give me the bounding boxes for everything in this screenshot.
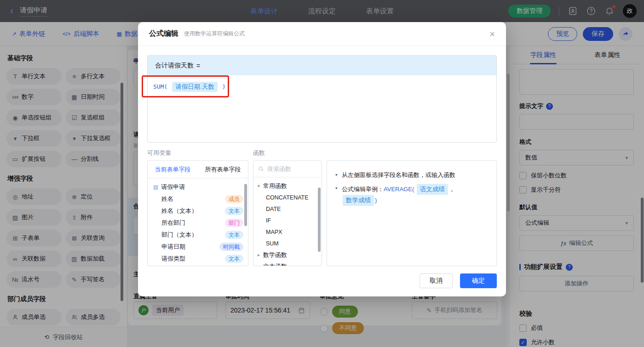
variable-name: 姓名 [161,195,173,203]
function-item[interactable]: IF [253,215,322,226]
help-chip-2: 数学成绩 [343,195,374,206]
variables-tab-1[interactable]: 所有表单字段 [198,161,248,178]
variables-tab-0[interactable]: 当前表单字段 [148,161,198,178]
modal-footer: 取消 确定 [138,273,497,288]
variable-name: 所在部门 [161,219,185,227]
variable-type-badge: 时间戳 [219,243,243,251]
function-group-label: 文本函数 [263,262,287,267]
variable-row[interactable]: 姓名（文本）文本 [148,205,248,217]
variable-type-badge: 成员 [225,195,243,203]
confirm-button[interactable]: 确定 [460,273,497,288]
variable-name: 申请日期 [161,243,185,251]
help-example-prefix: 公式编辑举例： [342,186,384,193]
functions-label: 函数 [253,149,265,157]
help-line-2: 公式编辑举例：AVERAGE( 语文成绩， 数学成绩) [335,184,488,206]
formula-target-strip: 合计请假天数 = [148,56,496,75]
variable-type-badge: 文本 [225,255,243,263]
variable-name: 姓名（文本） [161,207,197,215]
annotation-red-box [142,75,229,97]
function-search[interactable]: 搜索函数 [253,161,322,177]
form-designer-app: ‹ 请假申请 表单设计流程设定表单设置 数据管理 [0,0,644,347]
modal-subtitle: 使用数学运算符编辑公式 [184,30,245,38]
variable-name: 部门（文本） [161,231,197,239]
variables-box: 当前表单字段所有表单字段 ▤请假申请姓名成员姓名（文本）文本所在部门部门部门（文… [147,160,248,266]
variable-row[interactable]: 申请日期时间戳 [148,241,248,253]
cancel-button[interactable]: 取消 [420,273,453,288]
formula-editor-modal: 公式编辑 使用数学运算符编辑公式 × 合计请假天数 = SUM( 请假日期.天数… [138,22,506,296]
close-icon[interactable]: × [489,29,495,39]
variable-row[interactable]: 姓名成员 [148,193,248,205]
help-example-close: ) [375,197,377,204]
variable-type-badge: 文本 [225,207,243,215]
function-group[interactable]: ▸文本函数 [253,261,322,266]
modal-header: 公式编辑 使用数学运算符编辑公式 × [138,22,506,46]
functions-scrollbar[interactable] [318,188,321,252]
function-item[interactable]: CONCATENATE [253,192,322,203]
function-group[interactable]: ▾常用函数 [253,180,322,192]
function-group-label: 数学函数 [263,251,287,259]
functions-box: 搜索函数 ▾常用函数CONCATENATEDATEIFMAPXSUM▸数学函数▸… [253,160,322,266]
help-example-fn: AVERAGE( [384,186,414,193]
modal-columns: 当前表单字段所有表单字段 ▤请假申请姓名成员姓名（文本）文本所在部门部门部门（文… [147,160,497,266]
variable-row[interactable]: 所在部门部门 [148,217,248,229]
formula-equals: = [196,62,200,69]
variable-name: 请假类型 [161,255,185,263]
function-search-placeholder: 搜索函数 [267,165,291,173]
chevron-right-icon: ▸ [258,252,263,257]
function-item[interactable]: MAPX [253,226,322,238]
variable-type-badge: 文本 [225,231,243,239]
function-group-label: 常用函数 [263,182,287,190]
modal-section-labels: 可用变量 函数 [147,149,497,157]
function-tree: ▾常用函数CONCATENATEDATEIFMAPXSUM▸数学函数▸文本函数 [253,177,322,266]
formula-target-name: 合计请假天数 [155,62,194,70]
search-icon [258,166,264,172]
modal-title: 公式编辑 [149,29,178,39]
variable-type-badge: 部门 [225,219,243,227]
formula-help-box: 从左侧面板选择字段名和函数，或输入函数 公式编辑举例：AVERAGE( 语文成绩… [327,160,497,266]
variables-scrollbar[interactable] [244,184,247,226]
variables-list: ▤请假申请姓名成员姓名（文本）文本所在部门部门部门（文本）文本申请日期时间戳请假… [148,178,248,266]
variable-root-label: 请假申请 [161,183,185,191]
help-line-1: 从左侧面板选择字段名和函数，或输入函数 [335,171,488,180]
function-item[interactable]: DATE [253,203,322,215]
function-group[interactable]: ▸数学函数 [253,249,322,261]
chevron-right-icon: ▸ [258,264,263,266]
document-icon: ▤ [153,184,158,190]
variables-tabs: 当前表单字段所有表单字段 [148,161,248,178]
chevron-down-icon: ▾ [258,183,263,188]
variable-row[interactable]: 请假类型文本 [148,253,248,265]
variable-tree-root[interactable]: ▤请假申请 [148,181,248,193]
help-comma: ， [449,186,455,193]
function-item[interactable]: SUM [253,238,322,249]
help-chip-1: 语文成绩 [417,184,448,195]
formula-editor: 合计请假天数 = SUM( 请假日期.天数 ) [147,55,497,142]
variables-label: 可用变量 [147,149,253,157]
variable-row[interactable]: 部门（文本）文本 [148,229,248,241]
